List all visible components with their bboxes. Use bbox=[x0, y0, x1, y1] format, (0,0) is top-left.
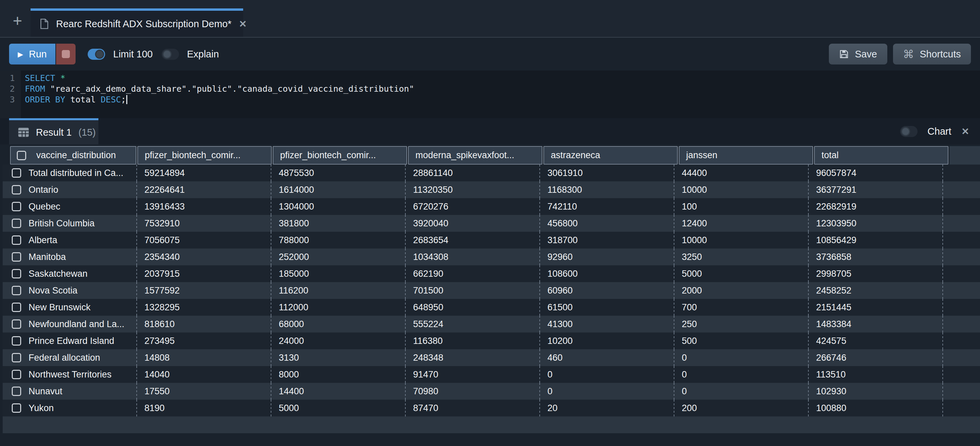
document-icon bbox=[40, 19, 49, 29]
run-button-group: ▶ Run bbox=[9, 44, 76, 64]
table-cell: 96057874 bbox=[808, 164, 942, 182]
save-icon bbox=[839, 49, 849, 59]
limit-toggle[interactable] bbox=[88, 49, 105, 60]
column-header[interactable]: total bbox=[814, 146, 948, 164]
row-checkbox[interactable] bbox=[12, 252, 21, 261]
stop-button[interactable] bbox=[56, 44, 76, 64]
column-header[interactable]: janssen bbox=[679, 146, 813, 164]
row-checkbox[interactable] bbox=[12, 336, 21, 346]
row-label: Nunavut bbox=[29, 386, 62, 397]
column-header[interactable]: pfizer_biontech_comir... bbox=[273, 146, 407, 164]
table-cell: 7056075 bbox=[136, 232, 271, 248]
table-cell: 5000 bbox=[674, 265, 808, 282]
column-header-label: vaccine_distribution bbox=[36, 150, 116, 161]
column-header[interactable]: moderna_spikevaxfoot... bbox=[408, 146, 542, 164]
column-header[interactable]: astrazeneca bbox=[543, 146, 678, 164]
run-button[interactable]: ▶ Run bbox=[9, 44, 56, 64]
row-name-cell: Ontario bbox=[3, 182, 136, 198]
row-checkbox[interactable] bbox=[12, 168, 21, 178]
table-cell: 113510 bbox=[808, 366, 942, 383]
table-cell: 10200 bbox=[539, 333, 674, 349]
save-button[interactable]: Save bbox=[829, 44, 887, 64]
table-cell: 36377291 bbox=[808, 182, 942, 198]
row-label: Quebec bbox=[29, 202, 60, 212]
column-header-label: janssen bbox=[686, 150, 718, 161]
results-close-icon[interactable]: ✕ bbox=[961, 126, 969, 137]
result-tab[interactable]: Result 1 (15) bbox=[9, 118, 99, 144]
column-header[interactable]: vaccine_distribution bbox=[10, 146, 136, 164]
table-cell: 1034308 bbox=[405, 248, 539, 265]
explain-label: Explain bbox=[187, 49, 219, 60]
table-cell: 0 bbox=[539, 383, 674, 400]
table-cell: 1168300 bbox=[539, 182, 674, 198]
row-filler bbox=[942, 164, 980, 182]
sql-editor[interactable]: 1SELECT *2FROM "rearc_adx_demo_data_shar… bbox=[0, 70, 980, 118]
table-cell: 788000 bbox=[271, 232, 405, 248]
row-checkbox[interactable] bbox=[12, 303, 21, 312]
result-tab-label: Result 1 bbox=[36, 127, 72, 138]
row-checkbox[interactable] bbox=[12, 387, 21, 396]
table-cell: 0 bbox=[674, 366, 808, 383]
row-checkbox[interactable] bbox=[12, 286, 21, 295]
code-token: SELECT bbox=[25, 73, 55, 83]
tab-close-icon[interactable]: ✕ bbox=[239, 19, 247, 30]
row-checkbox[interactable] bbox=[12, 370, 21, 379]
column-header-label: pfizer_biontech_comir... bbox=[280, 150, 376, 161]
row-checkbox[interactable] bbox=[12, 353, 21, 362]
row-checkbox[interactable] bbox=[12, 185, 21, 194]
column-header-label: total bbox=[821, 150, 838, 161]
chart-toggle[interactable] bbox=[900, 126, 918, 137]
table-cell: 3736858 bbox=[808, 248, 942, 265]
table-cell: 266746 bbox=[808, 349, 942, 366]
table-cell: 1483384 bbox=[808, 316, 942, 333]
new-tab-button[interactable]: + bbox=[8, 11, 27, 30]
table-cell: 424575 bbox=[808, 333, 942, 349]
table-cell: 44400 bbox=[674, 164, 808, 182]
row-filler bbox=[942, 299, 980, 316]
table-cell: 41300 bbox=[539, 316, 674, 333]
row-name-cell: British Columbia bbox=[3, 215, 136, 232]
table-cell: 91470 bbox=[405, 366, 539, 383]
row-name-cell: Total distributed in Ca... bbox=[3, 164, 136, 182]
table-row: Quebec1391643313040006720276742110100226… bbox=[3, 198, 980, 215]
command-icon: ⌘ bbox=[903, 49, 914, 60]
row-checkbox[interactable] bbox=[12, 219, 21, 228]
row-filler bbox=[942, 349, 980, 366]
table-cell: 3061910 bbox=[539, 164, 674, 182]
table-footer-strip bbox=[3, 416, 980, 433]
result-row-count: (15) bbox=[78, 127, 96, 138]
editor-tab[interactable]: Rearc Redshift ADX Subscription Demo* ✕ bbox=[30, 8, 243, 37]
column-header[interactable]: pfizer_biontech_comir... bbox=[137, 146, 272, 164]
row-label: Saskatchewan bbox=[29, 269, 88, 279]
row-checkbox[interactable] bbox=[12, 269, 21, 279]
table-cell: 22682919 bbox=[808, 198, 942, 215]
row-label: Nova Scotia bbox=[29, 285, 78, 296]
row-checkbox[interactable] bbox=[12, 236, 21, 245]
table-cell: 2000 bbox=[674, 282, 808, 299]
table-row: Alberta705607578800026836543187001000010… bbox=[3, 232, 980, 248]
table-cell: 273495 bbox=[136, 333, 271, 349]
table-row: Yukon819050008747020200100880 bbox=[3, 400, 980, 416]
row-checkbox[interactable] bbox=[12, 403, 21, 413]
shortcuts-button[interactable]: ⌘ Shortcuts bbox=[893, 44, 971, 64]
row-checkbox[interactable] bbox=[12, 202, 21, 211]
explain-toggle[interactable] bbox=[162, 49, 179, 60]
row-filler bbox=[942, 400, 980, 416]
table-cell: 14808 bbox=[136, 349, 271, 366]
row-name-cell: Saskatchewan bbox=[3, 265, 136, 282]
table-header-row: vaccine_distributionpfizer_biontech_comi… bbox=[10, 146, 980, 164]
select-all-checkbox[interactable] bbox=[17, 151, 26, 160]
row-name-cell: Newfoundland and La... bbox=[3, 316, 136, 333]
row-name-cell: Manitoba bbox=[3, 248, 136, 265]
table-cell: 248348 bbox=[405, 349, 539, 366]
table-cell: 700 bbox=[674, 299, 808, 316]
table-cell: 22264641 bbox=[136, 182, 271, 198]
table-cell: 185000 bbox=[271, 265, 405, 282]
row-checkbox[interactable] bbox=[12, 319, 21, 329]
table-cell: 318700 bbox=[539, 232, 674, 248]
table-grid-icon bbox=[18, 127, 29, 137]
results-panel: Result 1 (15) Chart ✕ vaccine_distributi… bbox=[0, 118, 980, 446]
line-number: 1 bbox=[0, 73, 15, 84]
editor-toolbar: ▶ Run Limit 100 Explain Save ⌘ Short bbox=[0, 38, 980, 70]
table-cell: 6720276 bbox=[405, 198, 539, 215]
